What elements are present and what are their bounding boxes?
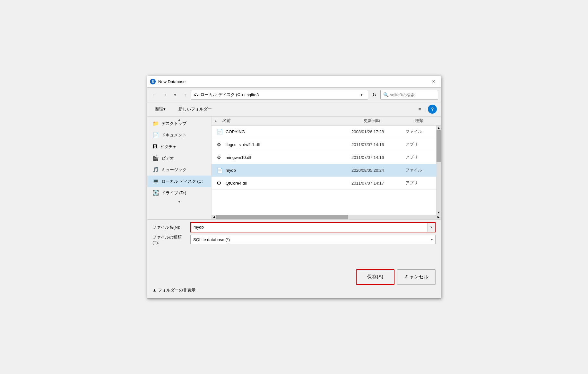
nav-dropdown-button[interactable]: ▾: [170, 90, 179, 99]
h-scroll-track[interactable]: [216, 215, 436, 219]
table-row[interactable]: ⚙ libgcc_s_dw2-1.dll 2011/07/07 14:16 アプ…: [212, 138, 436, 151]
file-type-copying: ファイル: [405, 129, 431, 135]
file-type-libgcc: アプリ: [405, 142, 431, 147]
file-name-copying: COPYING: [226, 129, 349, 134]
app-icon: S: [150, 79, 156, 84]
folder-icon: 🗂: [194, 92, 199, 98]
path-current: sqlite3: [247, 92, 259, 97]
sidebar-item-videos[interactable]: 🎬 ビデオ: [147, 152, 211, 164]
forward-button[interactable]: →: [160, 90, 169, 99]
path-prefix: ローカル ディスク (C:): [200, 92, 243, 98]
file-date-mydb: 2020/08/05 20:24: [351, 168, 403, 173]
music-icon: 🎵: [152, 167, 159, 173]
sidebar-item-music[interactable]: 🎵 ミュージック: [147, 164, 211, 176]
filename-row: ファイル名(N): ▾: [152, 222, 436, 232]
file-date-libgcc: 2011/07/07 14:16: [351, 142, 403, 147]
drive-d-icon: 💽: [152, 190, 159, 196]
scroll-up-arrow[interactable]: ▲: [437, 126, 441, 130]
filename-input[interactable]: [191, 223, 427, 232]
scroll-track[interactable]: [437, 130, 441, 210]
file-name-mingwm: mingwm10.dll: [226, 155, 349, 160]
file-name-mydb: mydb: [226, 168, 349, 173]
title-bar-left: S New Database: [150, 79, 186, 84]
table-row[interactable]: 📄 COPYING 2008/01/26 17:28 ファイル: [212, 126, 436, 138]
filetype-select[interactable]: SQLite database (*) ▾: [190, 235, 436, 244]
local-disk-icon: 💻: [152, 178, 159, 184]
sidebar: ▲ 📁 デスクトップ 📄 ドキュメント 🖼 ピクチャ 🎬 ビデオ 🎵 ミュージッ…: [147, 117, 212, 219]
sidebar-item-music-label: ミュージック: [161, 167, 186, 173]
filename-label: ファイル名(N):: [152, 224, 188, 230]
file-list-header: ▲ 名前 更新日時 種類: [212, 117, 441, 126]
table-row[interactable]: ⚙ QtCore4.dll 2011/07/07 14:17 アプリ: [212, 177, 436, 190]
view-options: ≡ | ?: [415, 105, 437, 114]
file-type-mydb: ファイル: [405, 167, 431, 173]
col-header-type[interactable]: 種類: [412, 118, 438, 124]
sidebar-scroll-down[interactable]: ▼: [147, 199, 211, 205]
address-bar[interactable]: 🗂 ローカル ディスク (C:) › sqlite3 ▾: [191, 90, 368, 100]
address-path: ローカル ディスク (C:) › sqlite3: [200, 92, 356, 98]
file-type-mingwm: アプリ: [405, 154, 431, 160]
scroll-down-arrow[interactable]: ▼: [437, 210, 441, 215]
sidebar-item-local-disk[interactable]: 💻 ローカル ディスク (C:: [147, 176, 211, 187]
save-button[interactable]: 保存(S): [356, 269, 394, 285]
save-dialog: S New Database × ← → ▾ ↑ 🗂 ローカル ディスク (C:…: [147, 76, 441, 299]
filetype-text: SQLite database (*): [193, 237, 431, 242]
title-bar: S New Database ×: [147, 76, 441, 88]
h-scroll-left-arrow[interactable]: ◀: [212, 215, 216, 219]
toggle-arrow-icon: ▲: [152, 288, 157, 292]
new-folder-button[interactable]: 新しいフォルダー: [175, 104, 216, 114]
pictures-icon: 🖼: [152, 144, 158, 150]
sidebar-item-drive-d-label: ドライブ (D:): [161, 190, 186, 196]
cancel-button[interactable]: キャンセル: [397, 269, 436, 285]
back-button[interactable]: ←: [150, 90, 159, 99]
filetype-dropdown-arrow: ▾: [431, 238, 433, 241]
navigation-toolbar: ← → ▾ ↑ 🗂 ローカル ディスク (C:) › sqlite3 ▾ ↻ 🔍: [147, 88, 441, 102]
refresh-button[interactable]: ↻: [369, 90, 379, 100]
sidebar-item-documents[interactable]: 📄 ドキュメント: [147, 129, 211, 141]
file-icon-copying: 📄: [217, 129, 223, 135]
h-scroll-thumb[interactable]: [216, 215, 348, 219]
bottom-area: 保存(S) キャンセル ▲ フォルダーの非表示: [147, 248, 441, 298]
address-dropdown-button[interactable]: ▾: [358, 90, 365, 99]
file-list: 📄 COPYING 2008/01/26 17:28 ファイル ⚙ libgcc…: [212, 126, 436, 215]
documents-icon: 📄: [152, 132, 159, 138]
file-icon-qtcore: ⚙: [217, 180, 223, 186]
search-input[interactable]: [390, 92, 444, 97]
file-date-qtcore: 2011/07/07 14:17: [351, 181, 403, 186]
file-icon-mingwm: ⚙: [217, 154, 223, 161]
window-title: New Database: [158, 79, 186, 84]
search-bar[interactable]: 🔍: [380, 90, 438, 100]
help-button[interactable]: ?: [428, 105, 437, 114]
file-name-qtcore: QtCore4.dll: [226, 181, 349, 186]
file-date-mingwm: 2011/07/07 14:16: [351, 155, 403, 160]
horizontal-scrollbar[interactable]: ◀ ▶: [212, 215, 441, 219]
filename-dropdown-button[interactable]: ▾: [427, 223, 435, 232]
header-sort-up[interactable]: ▲: [214, 119, 220, 123]
folder-toggle[interactable]: ▲ フォルダーの非表示: [152, 287, 436, 293]
view-separator: |: [426, 107, 427, 112]
close-button[interactable]: ×: [429, 77, 438, 86]
col-header-name[interactable]: 名前: [220, 118, 361, 124]
vertical-scrollbar[interactable]: ▲ ▼: [436, 126, 441, 215]
organize-button[interactable]: 整理▾: [151, 104, 169, 114]
file-list-area: ▲ 名前 更新日時 種類 📄 COPYING 2008/01/26 17:28 …: [212, 117, 441, 219]
scroll-thumb[interactable]: [437, 130, 441, 162]
filetype-row: ファイルの種類(T): SQLite database (*) ▾: [152, 234, 436, 245]
file-icon-libgcc: ⚙: [217, 142, 223, 148]
path-chevron: ›: [244, 93, 246, 97]
view-toggle-button[interactable]: ≡: [415, 105, 424, 114]
sidebar-item-videos-label: ビデオ: [161, 155, 174, 161]
table-row[interactable]: 📄 mydb 2020/08/05 20:24 ファイル: [212, 164, 436, 177]
table-row[interactable]: ⚙ mingwm10.dll 2011/07/07 14:16 アプリ: [212, 151, 436, 164]
sidebar-item-pictures-label: ピクチャ: [160, 144, 177, 150]
h-scroll-right-arrow[interactable]: ▶: [436, 215, 441, 219]
search-icon: 🔍: [383, 92, 389, 97]
up-button[interactable]: ↑: [181, 90, 190, 99]
filename-area: ファイル名(N): ▾ ファイルの種類(T): SQLite database …: [147, 219, 441, 248]
sidebar-item-pictures[interactable]: 🖼 ピクチャ: [147, 141, 211, 152]
file-icon-mydb: 📄: [217, 167, 223, 173]
sidebar-item-drive-d[interactable]: 💽 ドライブ (D:): [147, 187, 211, 199]
sidebar-scroll-up[interactable]: ▲: [147, 117, 211, 123]
sidebar-item-local-disk-label: ローカル ディスク (C:: [161, 178, 203, 184]
col-header-date[interactable]: 更新日時: [361, 118, 412, 124]
